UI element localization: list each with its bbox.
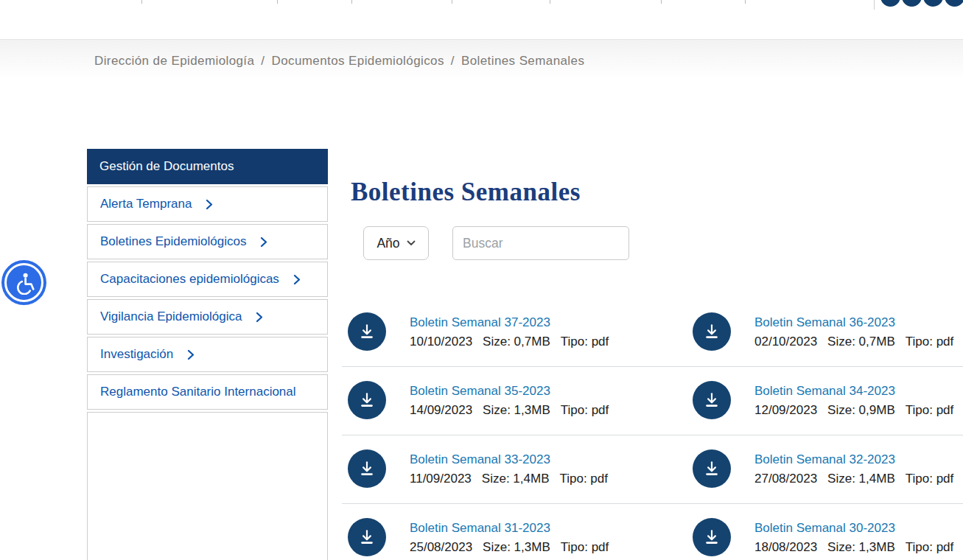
download-icon (702, 528, 721, 547)
bulletin-date: 25/08/2023 (410, 540, 472, 554)
row-divider (342, 503, 963, 504)
bulletin-type: Tipo: pdf (561, 403, 609, 417)
download-icon (357, 322, 377, 341)
sidebar: Gestión de Documentos Alerta Temprana Bo… (87, 149, 328, 560)
breadcrumb-link-documentos[interactable]: Documentos Epidemiológicos (271, 54, 444, 69)
bulletin-meta: 02/10/2023Size: 0,7MBTipo: pdf (754, 332, 953, 351)
sidebar-item-label: Vigilancia Epidemiológica (100, 309, 242, 324)
breadcrumb: Dirección de Epidemiología / Documentos … (94, 54, 584, 69)
bulletin-link[interactable]: Boletin Semanal 35-2023 (410, 382, 609, 400)
social-icon-2[interactable] (902, 0, 922, 7)
breadcrumb-link-direccion[interactable]: Dirección de Epidemiología (94, 54, 254, 69)
sidebar-item-label: Reglamento Sanitario Internacional (100, 385, 296, 399)
bulletin-link[interactable]: Boletin Semanal 31-2023 (410, 519, 609, 537)
bulletin-date: 11/09/2023 (410, 472, 472, 486)
row-divider (342, 366, 963, 367)
search-input[interactable] (452, 226, 629, 260)
bulletin-size: Size: 0,7MB (827, 335, 895, 349)
sidebar-item-capacitaciones[interactable]: Capacitaciones epidemiológicas (87, 262, 328, 297)
bulletin-size: Size: 1,3MB (483, 403, 550, 417)
chevron-right-icon (256, 312, 263, 323)
bulletin-type: Tipo: pdf (906, 472, 954, 486)
breadcrumb-separator: / (261, 54, 265, 69)
bulletin-date: 18/08/2023 (754, 540, 817, 554)
download-button[interactable] (348, 312, 386, 351)
sidebar-item-boletines-epidemiologicos[interactable]: Boletines Epidemiológicos (87, 224, 328, 259)
download-icon (702, 322, 721, 341)
nav-divider (452, 0, 452, 4)
bulletin-size: Size: 1,3MB (827, 540, 895, 554)
nav-divider (277, 0, 278, 4)
bulletin-date: 14/09/2023 (410, 403, 472, 417)
sidebar-item-vigilancia[interactable]: Vigilancia Epidemiológica (87, 299, 328, 335)
bulletin-item: Boletin Semanal 30-2023 18/08/2023Size: … (693, 518, 953, 559)
nav-divider (874, 0, 875, 10)
accessibility-button[interactable] (1, 260, 46, 305)
bulletin-meta: 10/10/2023Size: 0,7MBTipo: pdf (410, 332, 609, 351)
nav-divider (141, 0, 142, 4)
bulletin-type: Tipo: pdf (559, 472, 608, 486)
bulletin-meta: 18/08/2023Size: 1,3MBTipo: pdf (754, 537, 953, 557)
page-title: Boletines Semanales (351, 178, 581, 207)
download-button[interactable] (348, 381, 386, 419)
download-icon (702, 391, 721, 410)
bulletin-date: 02/10/2023 (754, 335, 817, 349)
sidebar-item-reglamento-sanitario[interactable]: Reglamento Sanitario Internacional (87, 374, 328, 410)
bulletin-meta: 14/09/2023Size: 1,3MBTipo: pdf (410, 400, 609, 420)
chevron-right-icon (260, 237, 267, 248)
bulletin-link[interactable]: Boletin Semanal 33-2023 (410, 450, 608, 469)
bulletin-size: Size: 0,9MB (827, 403, 895, 417)
bulletin-item: Boletin Semanal 37-2023 10/10/2023Size: … (348, 312, 609, 354)
bulletin-link[interactable]: Boletin Semanal 32-2023 (754, 450, 953, 469)
sidebar-item-label: Investigación (100, 347, 173, 362)
download-icon (702, 459, 721, 478)
year-dropdown[interactable]: Año (363, 226, 429, 260)
row-divider (342, 435, 963, 435)
bulletin-meta: 12/09/2023Size: 0,9MBTipo: pdf (754, 400, 953, 420)
bulletin-date: 12/09/2023 (754, 403, 817, 417)
sidebar-empty-panel (87, 412, 328, 560)
download-icon (357, 459, 377, 478)
bulletin-link[interactable]: Boletin Semanal 30-2023 (754, 519, 953, 537)
social-icon-3[interactable] (923, 0, 943, 7)
download-button[interactable] (693, 312, 731, 351)
bulletin-type: Tipo: pdf (561, 540, 609, 554)
sidebar-item-investigacion[interactable]: Investigación (87, 337, 328, 372)
bulletin-item: Boletin Semanal 33-2023 11/09/2023Size: … (348, 449, 608, 491)
bulletin-item: Boletin Semanal 34-2023 12/09/2023Size: … (693, 381, 953, 422)
nav-divider (351, 0, 352, 4)
chevron-right-icon (187, 349, 195, 360)
download-icon (357, 528, 377, 547)
bulletin-meta: 27/08/2023Size: 1,4MBTipo: pdf (754, 469, 953, 489)
wheelchair-icon (13, 271, 36, 295)
bulletin-link[interactable]: Boletin Semanal 34-2023 (754, 382, 953, 400)
bulletin-type: Tipo: pdf (906, 403, 954, 417)
bulletin-item: Boletin Semanal 36-2023 02/10/2023Size: … (693, 312, 953, 354)
breadcrumb-separator: / (451, 54, 455, 69)
page: Dirección de Epidemiología / Documentos … (0, 0, 963, 560)
bulletin-date: 27/08/2023 (754, 472, 817, 486)
download-button[interactable] (348, 518, 386, 556)
sidebar-item-label: Boletines Epidemiológicos (100, 234, 246, 249)
bulletin-link[interactable]: Boletin Semanal 37-2023 (410, 313, 609, 332)
social-icon-1[interactable] (880, 0, 900, 7)
bulletin-size: Size: 1,4MB (482, 472, 550, 486)
download-button[interactable] (693, 518, 731, 556)
chevron-down-icon (407, 240, 416, 246)
chevron-right-icon (206, 199, 213, 210)
bulletin-size: Size: 0,7MB (483, 335, 550, 349)
bulletin-link[interactable]: Boletin Semanal 36-2023 (754, 313, 953, 332)
breadcrumb-current: Boletines Semanales (461, 54, 584, 69)
accessibility-ring (4, 263, 43, 302)
sidebar-item-alerta-temprana[interactable]: Alerta Temprana (87, 186, 328, 222)
download-icon (357, 391, 377, 410)
bulletin-date: 10/10/2023 (410, 335, 472, 349)
bulletin-type: Tipo: pdf (906, 335, 954, 349)
download-button[interactable] (693, 449, 731, 488)
nav-divider (550, 0, 550, 4)
download-button[interactable] (693, 381, 731, 419)
bulletin-meta: 25/08/2023Size: 1,3MBTipo: pdf (410, 537, 609, 557)
sidebar-item-label: Capacitaciones epidemiológicas (100, 272, 279, 287)
social-icon-4[interactable] (945, 0, 963, 7)
download-button[interactable] (348, 449, 386, 488)
